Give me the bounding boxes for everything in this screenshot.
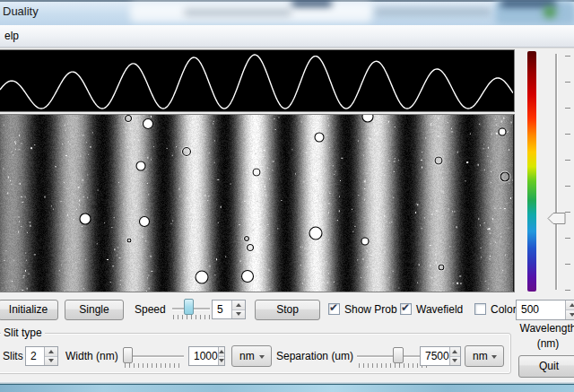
color-checkbox[interactable]: ✔ [474,303,486,315]
chevron-down-icon [452,359,457,362]
spin-up-button[interactable] [219,347,224,356]
width-slider-handle[interactable] [123,347,133,363]
color-label[interactable]: Color [491,300,517,320]
chevron-down-icon [48,359,54,362]
single-button[interactable]: Single [65,300,124,320]
speed-slider-handle[interactable] [184,299,194,315]
width-label: Width (nm) [65,346,118,366]
menu-bar: elp [0,25,574,48]
titlebar-blur-decoration [375,8,491,15]
wavefield-label[interactable]: Wavefield [416,300,463,320]
spin-down-button[interactable] [450,356,460,366]
wavelength-spinbox-value: 500 [517,301,565,319]
spin-up-button[interactable] [45,347,57,356]
show-prob-checkbox[interactable]: ✔ [328,303,340,315]
separation-label: Separation (um) [276,346,353,366]
wavelength-slider-ticks [565,56,570,291]
taskbar-strip [0,384,574,392]
titlebar-blur-decoration [500,0,556,6]
spin-up-button[interactable] [232,301,245,309]
chevron-up-icon [452,350,457,353]
chevron-down-icon [219,359,224,362]
speed-slider-ticks [173,315,210,319]
speed-label: Speed [135,300,166,320]
width-slider-ticks [125,363,182,368]
slits-spinbox-value: 2 [26,347,44,365]
probability-plot-canvas [0,50,513,111]
separation-spinbox[interactable]: 7500 [420,346,461,366]
speed-spinbox[interactable]: 5 [212,300,246,319]
titlebar-top-edge [0,0,574,2]
spin-down-button[interactable] [232,309,245,319]
interference-pattern [0,114,515,292]
window-title: Duality [3,4,39,18]
interference-pattern-canvas [0,115,513,292]
separation-spinbox-value: 7500 [421,347,449,365]
width-unit-dropdown[interactable]: nm [231,345,272,367]
width-spinbox[interactable]: 1000 [188,346,225,366]
chevron-up-icon [570,303,574,307]
wavelength-color-scale [527,51,536,292]
width-spinbox-value: 1000 [189,347,218,365]
chevron-down-icon [236,312,241,316]
titlebar-blur-decoration [544,6,556,18]
menu-item-help[interactable]: elp [1,25,22,47]
wavelength-spinbox[interactable]: 500 [516,300,574,320]
show-prob-label[interactable]: Show Prob [344,300,397,320]
chevron-up-icon [236,303,241,307]
separation-slider-handle[interactable] [393,347,404,363]
titlebar-blur-decoration [291,0,332,6]
width-slider-track[interactable] [124,355,184,357]
quit-button[interactable]: Quit [518,355,574,378]
spin-up-button[interactable] [450,347,460,356]
separation-slider-ticks [359,363,428,368]
slider-arrow-icon [547,212,567,225]
width-unit-value: nm [239,350,255,362]
chevron-down-icon [570,313,574,317]
probability-plot [0,49,515,112]
wavelength-slider-track[interactable] [555,54,557,290]
wavelength-label-line1: Wavelength [517,322,574,335]
dropdown-arrow-icon [491,355,497,359]
check-icon: ✔ [329,301,338,314]
separation-unit-value: nm [473,350,488,362]
slits-spinbox[interactable]: 2 [25,346,58,366]
spin-up-button[interactable] [566,301,574,309]
titlebar-blur-decoration [184,9,291,16]
chevron-up-icon [219,350,224,353]
stop-button[interactable]: Stop [255,300,320,320]
slits-label: Slits [3,346,23,366]
title-bar[interactable]: Duality [0,0,574,25]
wavefield-checkbox[interactable]: ✔ [400,303,412,315]
spin-down-button[interactable] [566,309,574,319]
spin-down-button[interactable] [45,356,57,366]
slit-type-group-title: Slit type [1,327,45,339]
chevron-up-icon [48,350,54,353]
check-icon: ✔ [401,301,410,314]
dropdown-arrow-icon [259,355,265,359]
spin-down-button[interactable] [219,356,224,366]
speed-spinbox-value: 5 [213,301,231,318]
separation-unit-dropdown[interactable]: nm [465,345,504,367]
app-window: { "window": { "title": "Duality", "menu_… [0,0,574,392]
wavelength-slider-handle[interactable] [547,212,567,225]
initialize-button[interactable]: Initialize [0,300,58,320]
wavelength-label-line2: (nm) [517,337,574,350]
